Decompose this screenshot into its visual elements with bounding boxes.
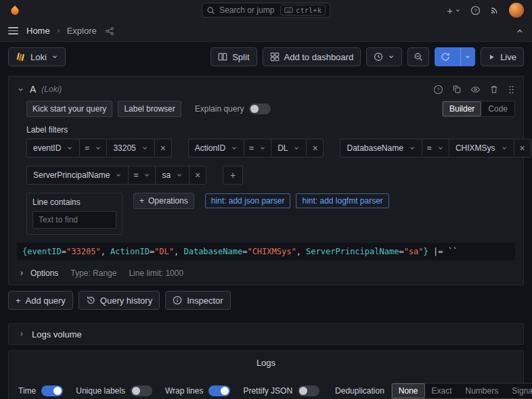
search-input[interactable]: [219, 5, 276, 15]
filter-operator-select[interactable]: =: [422, 139, 449, 158]
news-button[interactable]: [490, 5, 500, 15]
new-menu-button[interactable]: +: [447, 5, 461, 16]
filter-operator-select[interactable]: =: [244, 139, 271, 158]
inspector-label: Inspector: [187, 296, 223, 306]
hint-json-parser-button[interactable]: hint: add json parser: [205, 193, 291, 208]
explain-query-toggle[interactable]: [249, 103, 271, 114]
refresh-button[interactable]: [435, 47, 456, 66]
chevron-down-icon: [293, 145, 300, 151]
filter-label-select[interactable]: ActionID: [188, 139, 244, 158]
logs-volume-panel[interactable]: Logs volume: [8, 323, 524, 345]
filter-label-select[interactable]: DatabaseName: [340, 139, 422, 158]
add-query-button[interactable]: + Add query: [8, 291, 73, 310]
remove-filter-button[interactable]: ×: [514, 139, 531, 158]
time-picker-button[interactable]: [366, 47, 402, 66]
add-label-filter-button[interactable]: +: [223, 166, 243, 185]
live-label: Live: [500, 52, 516, 62]
collapse-topbar-button[interactable]: [516, 27, 524, 35]
collapse-query-chevron-icon[interactable]: [17, 86, 24, 93]
inspector-button[interactable]: Inspector: [165, 291, 230, 310]
query-token-value: "33205": [66, 247, 101, 256]
filter-label-select[interactable]: eventID: [26, 139, 80, 158]
help-button[interactable]: ?: [470, 5, 481, 16]
split-button[interactable]: Split: [210, 47, 257, 66]
line-contains-input[interactable]: [39, 215, 110, 225]
datasource-picker[interactable]: Loki: [8, 47, 66, 66]
label-browser-button[interactable]: Label browser: [118, 101, 181, 117]
prettify-json-toggle[interactable]: [298, 385, 319, 396]
refresh-interval-dropdown[interactable]: [460, 47, 474, 66]
dedup-option-signature[interactable]: Signature: [505, 383, 532, 398]
filter-operator-select[interactable]: =: [79, 139, 107, 158]
info-circle-icon: [173, 296, 182, 305]
filter-value-value: DL: [278, 143, 288, 153]
chevron-right-icon: [18, 331, 25, 337]
refresh-button-group: [435, 47, 475, 66]
explain-query-label: Explain query: [195, 104, 244, 114]
add-to-dashboard-button[interactable]: Add to dashboard: [263, 47, 361, 66]
drag-handle-icon[interactable]: [508, 85, 515, 95]
breadcrumb-home[interactable]: Home: [26, 26, 50, 36]
kick-start-query-button[interactable]: Kick start your query: [26, 101, 112, 117]
split-label: Split: [232, 52, 249, 62]
remove-filter-button[interactable]: ×: [306, 139, 324, 158]
query-tools-row: Kick start your query Label browser Expl…: [26, 101, 515, 117]
remove-filter-button[interactable]: ×: [189, 166, 206, 185]
add-operation-button[interactable]: + Operations: [133, 193, 194, 209]
close-icon: ×: [160, 143, 166, 154]
hide-query-eye-icon[interactable]: [470, 85, 481, 95]
global-search[interactable]: ctrl+k: [202, 3, 330, 18]
filter-label-select[interactable]: ServerPrincipalName: [26, 166, 129, 185]
query-token-pipe: |=: [428, 247, 448, 256]
duplicate-query-icon[interactable]: [452, 85, 462, 94]
question-glyph: ?: [474, 7, 477, 14]
chevron-down-icon: [51, 53, 58, 60]
operations-label: Operations: [148, 196, 188, 206]
dedup-option-numbers[interactable]: Numbers: [459, 383, 506, 398]
close-icon: ×: [312, 143, 317, 154]
dedup-option-exact[interactable]: Exact: [425, 383, 459, 398]
breadcrumb: Home Explore: [26, 26, 97, 36]
live-button[interactable]: Live: [481, 47, 524, 66]
query-token-value: "sa": [404, 247, 424, 256]
close-icon: ×: [519, 143, 525, 154]
delete-query-trash-icon[interactable]: [489, 85, 499, 94]
unique-labels-toggle-field: Unique labels: [76, 385, 152, 396]
user-avatar[interactable]: [509, 3, 524, 18]
keyboard-icon: [284, 7, 293, 14]
loki-logo-icon: [16, 52, 26, 62]
filter-operator-select[interactable]: =: [128, 166, 156, 185]
remove-filter-button[interactable]: ×: [154, 139, 172, 158]
query-help-icon[interactable]: ?: [433, 85, 443, 95]
close-icon: ×: [195, 170, 200, 181]
chevron-down-icon: [388, 53, 395, 60]
dedup-option-none[interactable]: None: [392, 383, 425, 398]
unique-labels-toggle[interactable]: [131, 385, 152, 396]
filter-value-select[interactable]: sa: [155, 166, 190, 185]
label-filter: ServerPrincipalName = sa ×: [26, 166, 206, 185]
query-options-row[interactable]: Options Type: Range Line limit: 1000: [17, 268, 515, 278]
filter-value-select[interactable]: 33205: [106, 139, 154, 158]
operations-row: Line contains + Operations hint: add jso…: [26, 193, 515, 235]
chevron-down-icon: [176, 172, 183, 179]
filter-value-select[interactable]: DL: [271, 139, 307, 158]
filter-value-select[interactable]: CHIXMSys: [449, 139, 514, 158]
query-history-button[interactable]: Query history: [79, 291, 160, 310]
search-minus-icon: [414, 52, 423, 62]
zoom-out-button[interactable]: [407, 47, 429, 66]
mode-builder-option[interactable]: Builder: [443, 101, 481, 116]
hint-logfmt-parser-button[interactable]: hint: add logfmt parser: [296, 193, 389, 208]
query-hints: hint: add json parser hint: add logfmt p…: [205, 193, 389, 208]
line-contains-title: Line contains: [27, 193, 122, 208]
mega-menu-toggle[interactable]: [8, 27, 18, 34]
apps-icon: [270, 52, 280, 62]
explore-toolbar: Loki Split Add to dashboard: [0, 42, 532, 70]
share-shortlink-button[interactable]: [105, 26, 114, 36]
query-token-punct: }: [424, 247, 428, 256]
wrap-lines-toggle[interactable]: [208, 385, 230, 396]
search-icon: [206, 6, 215, 15]
query-row-actions: ?: [433, 85, 515, 95]
time-toggle[interactable]: [41, 385, 63, 396]
mode-code-option[interactable]: Code: [481, 101, 514, 116]
label-filter: DatabaseName = CHIXMSys ×: [340, 139, 531, 158]
